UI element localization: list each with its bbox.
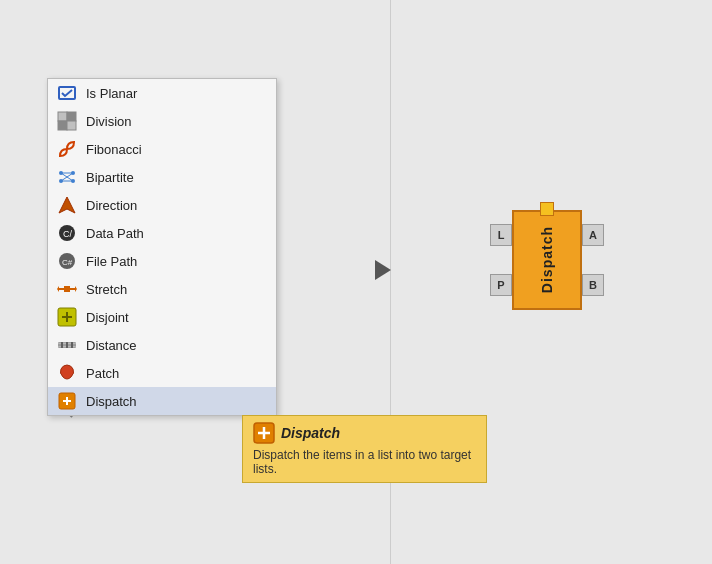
component-search-dropdown: Is Planar Division Fibonacci [47, 78, 277, 416]
svg-marker-19 [57, 286, 59, 292]
menu-item-label: Fibonacci [86, 142, 142, 157]
svg-rect-29 [66, 342, 68, 348]
menu-item-file-path[interactable]: C# File Path [48, 247, 276, 275]
data-path-icon: C/ [56, 222, 78, 244]
disjoint-icon [56, 306, 78, 328]
file-path-icon: C# [56, 250, 78, 272]
patch-icon [56, 362, 78, 384]
svg-rect-3 [58, 121, 67, 130]
svg-text:C#: C# [62, 258, 73, 267]
direction-icon [56, 194, 78, 216]
menu-item-disjoint[interactable]: Disjoint [48, 303, 276, 331]
node-title: Dispatch [539, 226, 555, 293]
node-right-ports: A B [582, 210, 604, 310]
menu-item-label: Patch [86, 366, 119, 381]
menu-item-fibonacci[interactable]: Fibonacci [48, 135, 276, 163]
menu-item-distance[interactable]: Distance [48, 331, 276, 359]
menu-item-bipartite[interactable]: Bipartite [48, 163, 276, 191]
svg-text:C/: C/ [63, 229, 72, 239]
dispatch-menu-icon [56, 390, 78, 412]
menu-item-label: Is Planar [86, 86, 137, 101]
node-left-ports: L P [490, 210, 512, 310]
canvas: Is Planar Division Fibonacci [0, 0, 712, 564]
tooltip-icon [253, 422, 275, 444]
port-A[interactable]: A [582, 224, 604, 246]
tooltip-box: Dispatch Dispatch the items in a list in… [242, 415, 487, 483]
fibonacci-icon [56, 138, 78, 160]
bipartite-icon [56, 166, 78, 188]
is-planar-icon [56, 82, 78, 104]
menu-item-label: Bipartite [86, 170, 134, 185]
menu-item-direction[interactable]: Direction [48, 191, 276, 219]
node-body[interactable]: Dispatch [512, 210, 582, 310]
menu-item-label: Division [86, 114, 132, 129]
port-P[interactable]: P [490, 274, 512, 296]
menu-item-label: Data Path [86, 226, 144, 241]
menu-item-label: Distance [86, 338, 137, 353]
menu-item-label: Direction [86, 198, 137, 213]
menu-item-label: File Path [86, 254, 137, 269]
svg-rect-2 [67, 112, 76, 121]
svg-rect-4 [67, 121, 76, 130]
svg-marker-13 [59, 197, 75, 213]
node-top-connector [540, 202, 554, 216]
tooltip-title-text: Dispatch [281, 425, 340, 441]
svg-rect-28 [61, 342, 63, 348]
port-L[interactable]: L [490, 224, 512, 246]
stretch-icon [56, 278, 78, 300]
tooltip-title: Dispatch [253, 422, 476, 444]
menu-item-division[interactable]: Division [48, 107, 276, 135]
dispatch-node: L P Dispatch A B [490, 210, 604, 310]
division-icon [56, 110, 78, 132]
distance-icon [56, 334, 78, 356]
menu-item-label: Stretch [86, 282, 127, 297]
svg-rect-1 [58, 112, 67, 121]
menu-item-patch[interactable]: Patch [48, 359, 276, 387]
port-B[interactable]: B [582, 274, 604, 296]
svg-marker-20 [75, 286, 77, 292]
menu-item-label: Dispatch [86, 394, 137, 409]
tooltip-description: Dispatch the items in a list into two ta… [253, 448, 476, 476]
svg-rect-21 [64, 286, 70, 292]
menu-item-dispatch[interactable]: Dispatch [48, 387, 276, 415]
menu-item-stretch[interactable]: Stretch [48, 275, 276, 303]
svg-rect-30 [71, 342, 73, 348]
menu-item-label: Disjoint [86, 310, 129, 325]
direction-arrow [375, 260, 391, 280]
menu-item-data-path[interactable]: C/ Data Path [48, 219, 276, 247]
menu-item-is-planar[interactable]: Is Planar [48, 79, 276, 107]
